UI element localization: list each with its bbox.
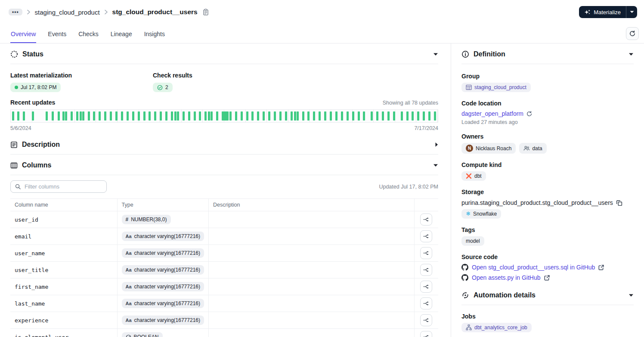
update-tick-bar xyxy=(52,111,54,121)
column-lineage-button[interactable] xyxy=(420,230,432,242)
column-lineage-button[interactable] xyxy=(420,247,432,259)
snowflake-icon: ❄ xyxy=(466,212,471,216)
latest-materialization-badge[interactable]: Jul 17, 8:02 PM xyxy=(10,83,61,92)
success-dot-icon xyxy=(15,86,18,89)
description-section-header: Description xyxy=(10,131,438,148)
update-tick-bar xyxy=(62,111,65,121)
columns-section-title: Columns xyxy=(22,161,51,169)
update-tick-bar xyxy=(341,111,343,121)
materialize-dropdown-button[interactable] xyxy=(626,6,637,18)
type-badge: #NUMBER(38,0) xyxy=(122,215,171,224)
column-lineage-button[interactable] xyxy=(420,213,432,226)
update-tick-bar xyxy=(65,111,67,121)
update-tick-bar xyxy=(222,111,229,121)
recent-updates-timeline[interactable] xyxy=(10,109,438,123)
owner-user-badge[interactable]: N Nicklaus Roach xyxy=(461,143,516,154)
storage-path-text: purina.staging_cloud_product.stg_cloud_p… xyxy=(461,199,613,206)
update-tick-bar xyxy=(352,111,354,121)
update-tick-bar xyxy=(263,111,265,121)
update-tick-bar xyxy=(208,111,210,121)
update-tick-bar xyxy=(149,111,151,121)
type-badge: BOOLEAN xyxy=(122,332,163,337)
refresh-button[interactable] xyxy=(626,27,639,40)
source-code-link-row: Open assets.py in GitHub xyxy=(461,274,634,281)
table-row: user_nameAacharacter varying(16777216) xyxy=(10,245,438,262)
github-icon xyxy=(461,264,468,271)
update-tick-bar xyxy=(382,111,384,121)
check-results-badge[interactable]: 2 xyxy=(153,83,173,92)
update-tick-bar xyxy=(110,111,112,121)
compute-kind-label: Compute kind xyxy=(461,161,634,168)
sparkle-icon xyxy=(584,9,591,15)
column-type-cell: Aacharacter varying(16777216) xyxy=(117,312,208,329)
column-actions-cell xyxy=(414,278,438,295)
materialize-split-button: Materialize xyxy=(579,6,637,18)
description-icon xyxy=(10,141,18,148)
breadcrumb-ellipsis-button[interactable]: ••• xyxy=(9,9,22,15)
reload-code-location-icon[interactable] xyxy=(526,111,532,117)
github-link[interactable]: Open assets.py in GitHub xyxy=(472,274,541,281)
update-tick-bar xyxy=(46,111,48,121)
tab-insights[interactable]: Insights xyxy=(144,25,165,43)
status-collapse-caret-icon[interactable] xyxy=(433,53,438,56)
column-lineage-button[interactable] xyxy=(420,297,432,309)
compute-kind-badge[interactable]: dbt xyxy=(461,171,486,181)
column-lineage-button[interactable] xyxy=(420,331,432,337)
columns-table: Column name Type Description user_id#NUM… xyxy=(10,198,438,337)
update-tick-bar xyxy=(171,111,173,121)
github-link[interactable]: Open stg_cloud_product__users.sql in Git… xyxy=(472,264,595,271)
column-description-cell xyxy=(208,245,414,262)
owner-team-badge[interactable]: data xyxy=(519,143,546,154)
column-lineage-button[interactable] xyxy=(420,314,432,326)
column-name-cell: user_id xyxy=(10,211,117,228)
code-location-link[interactable]: dagster_open_platform xyxy=(461,110,523,117)
automation-collapse-caret-icon[interactable] xyxy=(629,294,634,297)
materialize-button[interactable]: Materialize xyxy=(579,6,626,18)
automation-sensor-icon xyxy=(461,291,469,299)
update-tick-bar xyxy=(324,111,326,121)
column-description-cell xyxy=(208,312,414,329)
update-tick-bar xyxy=(194,111,196,121)
update-tick-bar xyxy=(174,111,176,121)
tab-checks[interactable]: Checks xyxy=(78,25,99,43)
avatar: N xyxy=(466,145,473,152)
latest-materialization-block: Latest materialization Jul 17, 8:02 PM xyxy=(10,72,153,92)
update-tick-bar xyxy=(154,111,156,121)
storage-kind-badge[interactable]: ❄ Snowflake xyxy=(461,209,501,219)
update-tick-bar xyxy=(335,111,337,121)
tab-lineage[interactable]: Lineage xyxy=(110,25,133,43)
update-tick-bar xyxy=(313,111,315,121)
description-expand-caret-icon[interactable] xyxy=(435,142,438,147)
column-description-cell xyxy=(208,295,414,312)
update-tick-bar xyxy=(23,111,25,121)
copy-asset-name-icon[interactable] xyxy=(203,9,209,15)
copy-storage-path-icon[interactable] xyxy=(616,200,622,206)
column-actions-cell xyxy=(414,245,438,262)
tab-events[interactable]: Events xyxy=(47,25,67,43)
update-tick-bar xyxy=(376,111,378,121)
source-code-label: Source code xyxy=(461,254,634,260)
group-badge[interactable]: staging_cloud_product xyxy=(461,83,531,92)
check-results-count: 2 xyxy=(165,84,168,90)
job-name: dbt_analytics_core_job xyxy=(474,325,527,331)
job-badge[interactable]: dbt_analytics_core_job xyxy=(461,323,532,332)
update-tick-bar xyxy=(160,111,162,121)
update-tick-bar xyxy=(406,111,409,121)
column-description-cell xyxy=(208,228,414,245)
update-tick-bar xyxy=(393,111,395,121)
column-lineage-button[interactable] xyxy=(420,264,432,276)
column-actions-cell xyxy=(414,262,438,278)
recent-updates-count-text: Showing all 78 updates xyxy=(383,100,438,106)
column-name-cell: is_elementl_user xyxy=(10,329,117,337)
owner-user-name: Nicklaus Roach xyxy=(476,145,511,151)
definition-collapse-caret-icon[interactable] xyxy=(629,53,634,56)
tag-badge[interactable]: model xyxy=(461,236,484,246)
filter-columns-input[interactable] xyxy=(24,183,102,190)
tab-overview[interactable]: Overview xyxy=(10,25,36,43)
definition-section-title: Definition xyxy=(474,50,505,58)
columns-collapse-caret-icon[interactable] xyxy=(433,164,438,167)
update-tick-bar xyxy=(274,111,276,121)
breadcrumb-group-link[interactable]: staging_cloud_product xyxy=(35,9,100,16)
column-lineage-button[interactable] xyxy=(420,281,432,293)
update-tick-bar xyxy=(93,111,95,121)
